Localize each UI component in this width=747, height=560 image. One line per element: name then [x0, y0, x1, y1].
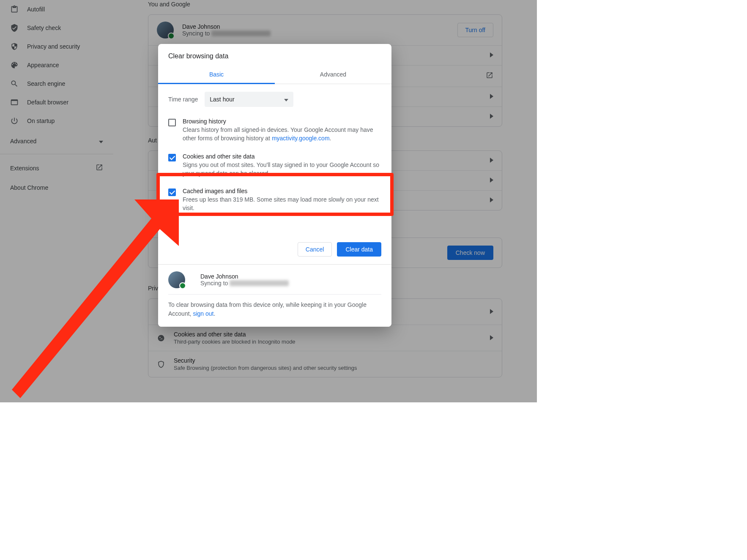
option-cookies: Cookies and other site data Signs you ou… — [168, 149, 381, 184]
redacted-email — [230, 280, 289, 286]
time-range-select[interactable]: Last hour — [205, 92, 293, 107]
tab-advanced[interactable]: Advanced — [275, 66, 391, 84]
sign-out-link[interactable]: sign out — [193, 310, 213, 317]
option-title: Cookies and other site data — [183, 153, 381, 160]
dialog-tabs: Basic Advanced — [158, 66, 391, 84]
avatar — [168, 271, 185, 288]
dialog-footer: Dave Johnson Syncing to To clear browsin… — [158, 264, 391, 327]
footer-text: To clear browsing data from this device … — [168, 295, 381, 318]
clear-options-list: Browsing history Clears history from all… — [158, 109, 391, 221]
time-range-label: Time range — [168, 96, 198, 103]
option-browsing-history: Browsing history Clears history from all… — [168, 114, 381, 149]
footer-profile-sync: Syncing to — [200, 280, 289, 287]
option-desc: Clears history from all signed-in device… — [183, 126, 381, 143]
sync-badge-icon — [179, 282, 186, 289]
myactivity-link[interactable]: myactivity.google.com — [272, 135, 330, 142]
option-desc: Signs you out of most sites. You'll stay… — [183, 161, 381, 178]
option-title: Browsing history — [183, 118, 381, 125]
clear-data-button[interactable]: Clear data — [337, 242, 381, 257]
time-range-row: Time range Last hour — [158, 84, 391, 109]
option-cached: Cached images and files Frees up less th… — [168, 183, 381, 219]
time-range-value: Last hour — [210, 96, 234, 103]
checkbox-browsing-history[interactable] — [168, 119, 176, 126]
footer-profile-name: Dave Johnson — [200, 273, 289, 280]
checkbox-cached[interactable] — [168, 188, 176, 196]
dialog-actions: Cancel Clear data — [158, 221, 391, 264]
cancel-button[interactable]: Cancel — [298, 242, 332, 257]
tab-basic[interactable]: Basic — [158, 66, 275, 84]
clear-browsing-data-dialog: Clear browsing data Basic Advanced Time … — [158, 44, 391, 327]
checkbox-cookies[interactable] — [168, 154, 176, 161]
footer-profile: Dave Johnson Syncing to — [168, 271, 381, 295]
option-desc: Frees up less than 319 MB. Some sites ma… — [183, 195, 381, 213]
chevron-down-icon — [284, 96, 288, 103]
option-title: Cached images and files — [183, 188, 381, 194]
dialog-title: Clear browsing data — [158, 44, 391, 66]
